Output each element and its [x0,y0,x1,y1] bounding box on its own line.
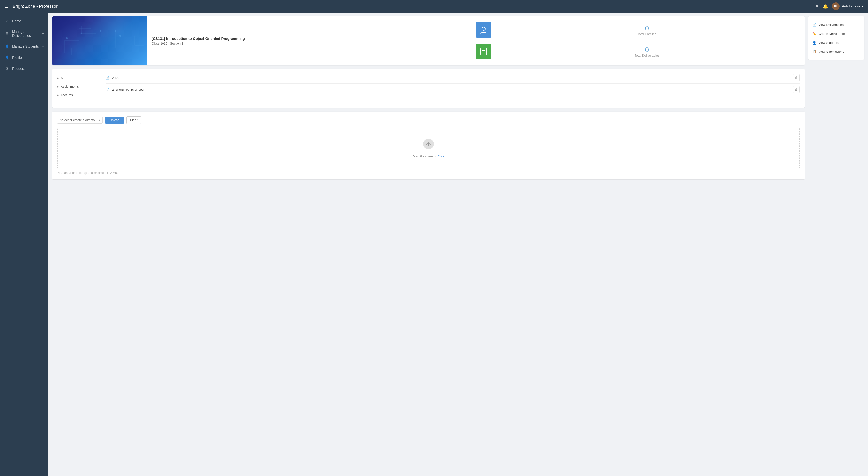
clear-button[interactable]: Clear [126,116,141,124]
deliverables-count: 0 [645,46,649,54]
expand-icon[interactable]: ✕ [815,4,819,9]
tree-label-lectures: Lectures [61,93,73,97]
manage-deliverables-arrow: ▾ [42,32,43,35]
action-view-submissions[interactable]: 📋 View Submissions [812,47,860,56]
directory-select-label: Select or create a directo... [60,118,97,122]
course-card: [CS131] Introduction to Object-Oriented … [52,16,805,65]
course-info: [CS131] Introduction to Object-Oriented … [147,16,250,65]
course-code: [CS131] Introduction to Object-Oriented … [152,36,245,41]
all-arrow: ▶ [57,77,59,79]
file-icon-1: 📄 [105,88,110,92]
sidebar-item-manage-students[interactable]: 👤 Manage Students ▾ [0,41,49,52]
sidebar-label-manage-students: Manage Students [12,44,39,48]
file-delete-button-0[interactable]: 🗑 [793,74,800,81]
deliverables-icon: ▤ [5,31,9,36]
upload-cloud-icon [423,138,434,152]
tree-item-assignments[interactable]: ▶ Assignments [52,82,100,91]
sidebar: ⌂ Home ▤ Manage Deliverables ▾ 👤 Manage … [0,12,49,476]
enrolled-label: Total Enrolled [638,32,657,36]
layout: ⌂ Home ▤ Manage Deliverables ▾ 👤 Manage … [0,12,868,476]
enrolled-icon-box [476,22,491,38]
home-icon: ⌂ [5,19,9,23]
hamburger-icon[interactable]: ☰ [5,4,9,9]
sidebar-item-home[interactable]: ⌂ Home [0,15,49,26]
top-navigation: ☰ Bright Zone - Professor ✕ 🔔 RL Rob Lan… [0,0,868,12]
sidebar-item-request[interactable]: ✉ Request [0,63,49,74]
stats-column: 0 Total Enrolled [470,16,805,65]
course-section: Class 1010 - Section 1 [152,42,245,45]
enrolled-count: 0 [645,25,649,32]
view-submissions-icon: 📋 [812,49,816,54]
file-list-card: ▶ All ▶ Assignments ▶ Lectures 📄 [52,69,805,108]
drop-text: Drag files here or Click [412,155,444,158]
action-label-view-submissions: View Submissions [818,50,844,54]
deliverables-label: Total Deliverables [634,54,659,57]
enrolled-stat-info: 0 Total Enrolled [495,25,799,36]
file-name-1: 2- shortIntro-Scrum.pdf [112,88,790,92]
request-icon: ✉ [5,67,9,71]
file-entry-0: 📄 A1.rtf 🗑 [105,72,800,84]
create-deliverable-icon: ✏️ [812,32,816,36]
tree-label-assignments: Assignments [61,84,79,88]
file-list-content: 📄 A1.rtf 🗑 📄 2- shortIntro-Scrum.pdf 🗑 [101,69,805,108]
action-label-create-deliverable: Create Deliverable [818,32,845,36]
action-label-view-students: View Students [818,41,839,44]
stat-row-deliverables: 0 Total Deliverables [476,42,799,61]
action-card: 📄 View Deliverables ✏️ Create Deliverabl… [808,16,864,60]
students-icon: 👤 [5,44,9,48]
manage-students-arrow: ▾ [42,45,43,48]
svg-point-3 [100,30,101,32]
avatar: RL [832,2,840,10]
app-title: Bright Zone - Professor [12,4,58,9]
bell-icon[interactable]: 🔔 [823,4,828,9]
right-sidebar: 📄 View Deliverables ✏️ Create Deliverabl… [808,16,864,472]
upload-card: Select or create a directo... ▾ Upload C… [52,111,805,179]
deliverables-stat-info: 0 Total Deliverables [495,46,799,57]
svg-point-4 [119,35,121,36]
drag-text: Drag files here or [412,155,437,158]
user-menu[interactable]: RL Rob Lanasa ▾ [832,2,863,10]
action-create-deliverable[interactable]: ✏️ Create Deliverable [812,29,860,38]
deliverables-icon-box [476,44,491,59]
circuit-lines-svg [52,16,147,60]
lectures-arrow: ▶ [57,94,59,96]
sidebar-label-request: Request [12,67,43,71]
tree-item-all[interactable]: ▶ All [52,74,100,82]
topnav-left: ☰ Bright Zone - Professor [5,4,58,9]
sidebar-label-home: Home [12,19,43,23]
svg-point-5 [482,27,485,31]
center-column: [CS131] Introduction to Object-Oriented … [52,16,805,472]
upload-button[interactable]: Upload [105,116,124,124]
username: Rob Lanasa [842,4,860,8]
sidebar-label-manage-deliverables: Manage Deliverables [12,30,39,37]
course-banner [52,16,147,65]
view-deliverables-icon: 📄 [812,23,816,27]
user-dropdown-arrow: ▾ [862,5,863,8]
sidebar-item-manage-deliverables[interactable]: ▤ Manage Deliverables ▾ [0,26,49,41]
main-content: [CS131] Introduction to Object-Oriented … [49,12,868,476]
upload-limit: You can upload files up to a maximum of … [57,171,800,175]
action-view-students[interactable]: 👤 View Students [812,38,860,47]
action-view-deliverables[interactable]: 📄 View Deliverables [812,20,860,29]
file-icon-0: 📄 [105,76,110,79]
directory-select[interactable]: Select or create a directo... ▾ [57,116,103,124]
topnav-right: ✕ 🔔 RL Rob Lanasa ▾ [815,2,863,10]
stat-row-enrolled: 0 Total Enrolled [476,20,799,40]
tree-item-lectures[interactable]: ▶ Lectures [52,91,100,99]
file-tree: ▶ All ▶ Assignments ▶ Lectures [52,69,101,108]
sidebar-label-profile: Profile [12,56,43,60]
view-students-icon: 👤 [812,41,816,44]
file-entry-1: 📄 2- shortIntro-Scrum.pdf 🗑 [105,84,800,95]
click-link[interactable]: Click [438,155,444,158]
assignments-arrow: ▶ [57,86,59,88]
file-name-0: A1.rtf [112,76,790,79]
sidebar-item-profile[interactable]: 👤 Profile [0,52,49,63]
file-delete-button-1[interactable]: 🗑 [793,86,800,93]
upload-controls: Select or create a directo... ▾ Upload C… [57,116,800,124]
profile-icon: 👤 [5,56,9,60]
tree-label-all: All [61,76,64,80]
action-label-view-deliverables: View Deliverables [818,23,843,27]
deliverables-icon [479,47,488,56]
drop-zone[interactable]: Drag files here or Click [57,128,800,168]
directory-select-arrow: ▾ [99,119,100,122]
